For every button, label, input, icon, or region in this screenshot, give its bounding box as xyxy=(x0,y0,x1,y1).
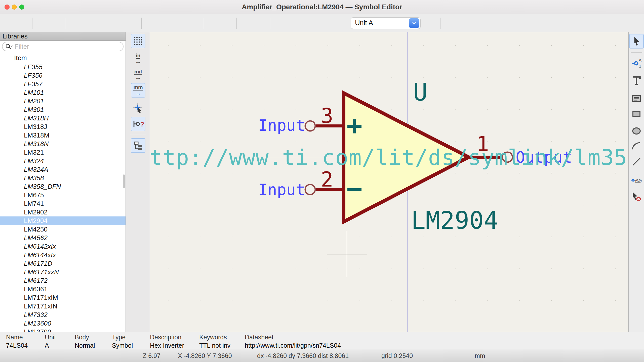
pin2-endpoint-circle[interactable] xyxy=(305,185,315,195)
info-description: Description Hex Inverter xyxy=(150,332,184,349)
filter-input[interactable] xyxy=(13,43,120,51)
library-item-LM6171xxN[interactable]: LM6171xxN xyxy=(0,268,126,276)
units-mils-button[interactable]: mil ↔ xyxy=(131,67,145,82)
pin2-name: Input xyxy=(258,180,305,199)
datasheet-watermark-field[interactable]: http://www.ti.com/lit/ds/symlink/lm358 xyxy=(150,145,628,170)
library-item-LM318M[interactable]: LM318M xyxy=(0,131,126,140)
library-item-LM2904[interactable]: LM2904 xyxy=(0,216,126,225)
info-datasheet: Datasheet http://www.ti.com/lit/gpn/sn74… xyxy=(245,332,341,349)
library-item-LM4562[interactable]: LM4562 xyxy=(0,234,126,242)
cursor-shape-button[interactable] xyxy=(131,101,145,115)
rotate-ccw-button[interactable] xyxy=(145,17,157,29)
redo-button[interactable] xyxy=(50,17,62,29)
library-item-LM318N[interactable]: LM318N xyxy=(0,140,126,148)
add-circle-tool-button[interactable] xyxy=(629,124,644,138)
datasheet-button[interactable] xyxy=(240,17,252,29)
zoom-out-button[interactable] xyxy=(98,17,109,29)
add-text-tool-button[interactable] xyxy=(629,73,644,88)
delete-tool-icon xyxy=(631,191,642,202)
library-item-LM301[interactable]: LM301 xyxy=(0,105,126,114)
library-tree-toggle-button[interactable] xyxy=(131,138,145,153)
millimeters-icon: mm ↔ xyxy=(133,84,143,96)
library-item-LM7332[interactable]: LM7332 xyxy=(0,310,126,319)
library-item-LM4250[interactable]: LM4250 xyxy=(0,225,126,234)
synchronized-pins-button[interactable] xyxy=(425,17,436,29)
library-item-LM7171xIM[interactable]: LM7171xIM xyxy=(0,293,126,302)
library-item-LM675[interactable]: LM675 xyxy=(0,191,126,199)
symbol-value-field[interactable]: LM2904 xyxy=(411,206,498,235)
info-name-value: 74LS04 xyxy=(6,342,28,349)
info-datasheet-value: http://www.ti.com/lit/gpn/sn74LS04 xyxy=(245,342,341,349)
save-button[interactable] xyxy=(17,17,28,29)
library-item-LM7171xIN[interactable]: LM7171xIN xyxy=(0,302,126,310)
library-item-LM6171D[interactable]: LM6171D xyxy=(0,259,126,268)
library-item-LM318J[interactable]: LM318J xyxy=(0,122,126,131)
add-pin-tool-button[interactable]: A 1 xyxy=(629,56,644,71)
library-item-LM6172[interactable]: LM6172 xyxy=(0,276,126,285)
zoom-to-selection-button[interactable] xyxy=(126,17,137,29)
library-item-LM13700[interactable]: LM13700 xyxy=(0,328,126,332)
info-type: Type Symbol xyxy=(112,332,133,349)
units-inches-button[interactable]: in ↔ xyxy=(131,51,145,66)
delete-tool-button[interactable] xyxy=(629,189,644,204)
library-item-LM201[interactable]: LM201 xyxy=(0,97,126,105)
library-item-LM13600[interactable]: LM13600 xyxy=(0,319,126,328)
add-textbox-tool-button[interactable] xyxy=(629,91,644,106)
rectangle-tool-icon xyxy=(631,109,642,119)
library-item-LM358[interactable]: LM358 xyxy=(0,174,126,182)
library-item-LM6144xIx[interactable]: LM6144xIx xyxy=(0,251,126,259)
library-item-LM2902[interactable]: LM2902 xyxy=(0,208,126,216)
refresh-view-button[interactable] xyxy=(69,17,81,29)
library-item-list[interactable]: LF355LF356LF357LM101LM201LM301LM318HLM31… xyxy=(0,63,126,332)
info-unit-value: A xyxy=(45,342,56,349)
add-arc-tool-button[interactable] xyxy=(629,139,644,154)
symbol-properties-button[interactable] xyxy=(207,17,218,29)
pin-electrical-type-button[interactable]: ? xyxy=(131,117,145,131)
minus-polarity-glyph xyxy=(347,188,361,191)
unit-select[interactable]: Unit A xyxy=(351,17,421,29)
list-scrollbar-thumb[interactable] xyxy=(123,174,125,188)
toolbar-separator xyxy=(440,18,440,29)
zoom-to-fit-button[interactable] xyxy=(112,17,123,29)
add-rectangle-tool-button[interactable] xyxy=(629,107,644,121)
library-item-LF357[interactable]: LF357 xyxy=(0,80,126,88)
info-body-value: Normal xyxy=(75,342,95,349)
symbol-canvas[interactable]: 3 Input 2 Input 1 Output U LM2904 xyxy=(150,32,628,332)
demorgan-standard-button[interactable] xyxy=(311,17,323,29)
mirror-horizontal-button[interactable] xyxy=(173,17,185,29)
select-tool-button[interactable] xyxy=(629,34,644,49)
symbol-reference-field[interactable]: U xyxy=(413,78,428,106)
move-anchor-tool-button[interactable]: (0,0) xyxy=(629,175,644,190)
filter-box[interactable] xyxy=(2,42,124,51)
library-item-LM324A[interactable]: LM324A xyxy=(0,165,126,174)
info-type-value: Symbol xyxy=(112,342,133,349)
toolbar-separator xyxy=(141,18,142,29)
rotate-cw-button[interactable] xyxy=(159,17,171,29)
info-description-label: Description xyxy=(150,334,184,341)
library-item-LM324[interactable]: LM324 xyxy=(0,157,126,165)
symbol-checker-button[interactable] xyxy=(254,17,266,29)
pin2-number: 2 xyxy=(321,167,333,191)
add-symbol-to-schematic-button[interactable] xyxy=(444,17,456,29)
library-item-LM741[interactable]: LM741 xyxy=(0,199,126,208)
status-delta: dx -4.8260 dy 7.3660 dist 8.8061 xyxy=(257,349,349,362)
mirror-vertical-button[interactable] xyxy=(187,17,199,29)
demorgan-alternate-button[interactable] xyxy=(326,17,337,29)
pin3-endpoint-circle[interactable] xyxy=(305,121,315,131)
library-item-LM6361[interactable]: LM6361 xyxy=(0,285,126,293)
library-item-LM6142xIx[interactable]: LM6142xIx xyxy=(0,242,126,251)
library-item-LM101[interactable]: LM101 xyxy=(0,88,126,97)
library-item-LF355[interactable]: LF355 xyxy=(0,63,126,71)
library-item-LF356[interactable]: LF356 xyxy=(0,71,126,80)
pin-table-button[interactable] xyxy=(221,17,232,29)
new-symbol-button[interactable] xyxy=(3,17,14,29)
info-keywords: Keywords TTL not inv xyxy=(199,332,230,349)
undo-button[interactable] xyxy=(36,17,48,29)
library-item-LM321[interactable]: LM321 xyxy=(0,148,126,157)
add-line-tool-button[interactable] xyxy=(629,154,644,169)
library-item-LM318H[interactable]: LM318H xyxy=(0,114,126,122)
grid-toggle-button[interactable] xyxy=(131,34,145,48)
library-item-LM358_DFN[interactable]: LM358_DFN xyxy=(0,182,126,191)
zoom-in-button[interactable] xyxy=(84,17,95,29)
units-mm-button[interactable]: mm ↔ xyxy=(131,83,145,98)
